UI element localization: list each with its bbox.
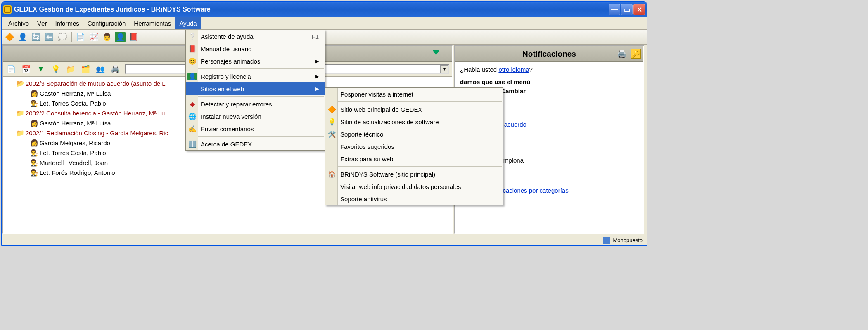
menu-herramientas[interactable]: Herramientas: [130, 17, 175, 29]
menu-configuracion[interactable]: Configuración: [83, 17, 130, 29]
help-registro[interactable]: 👤 Registro y licencia ▶: [186, 70, 325, 82]
submenu-arrow-icon: ▶: [315, 74, 319, 79]
help-instalar[interactable]: 🌐 Instalar nueva versión: [186, 110, 325, 123]
tree-row-label: 2002/2 Consulta herencia - Gastón Herran…: [26, 110, 165, 117]
new-doc-icon[interactable]: 📄: [6, 64, 17, 75]
menu-separator: [187, 136, 324, 137]
person-icon: 👩: [30, 89, 39, 97]
statusbar: Monopuesto: [2, 235, 647, 245]
sub-posponer[interactable]: Posponer visitas a internet: [325, 88, 503, 100]
menu-informes[interactable]: Informes: [51, 17, 83, 29]
help-manual[interactable]: 📕 Manual de usuario: [186, 42, 325, 55]
tree-row-label: 2002/1 Reclamación Closing - García Melg…: [26, 130, 168, 137]
window-buttons: — ▭ ✕: [609, 4, 645, 15]
app-window: GEDEX Gestión de Expedientes Jurídicos -…: [1, 1, 647, 246]
sub-principal[interactable]: 🔶 Sitio web principal de GEDEX: [325, 103, 503, 116]
submenu-arrow-icon: ▶: [315, 86, 319, 92]
home-icon: 🏠: [327, 170, 337, 178]
window-title: GEDEX Gestión de Expedientes Jurídicos -…: [14, 6, 609, 13]
pencil-icon: ✍️: [187, 125, 197, 133]
status-mode-label: Monopuesto: [613, 237, 643, 243]
sub-favoritos[interactable]: Favoritos sugeridos: [325, 140, 503, 153]
menubar: Archivo Ver Informes Configuración Herra…: [2, 17, 647, 30]
support-icon: 🛠️: [327, 130, 337, 138]
tree-row-label: Let. Torres Costa, Pablo: [40, 100, 106, 107]
toolbar-user-green-icon[interactable]: 👤: [115, 32, 126, 42]
status-mode-icon: [603, 237, 610, 244]
folder-closed-icon: 📁: [16, 129, 25, 137]
menu-separator: [326, 166, 502, 167]
attorney-icon: 👨‍⚖️: [30, 158, 39, 167]
toolbar-chart-icon[interactable]: 📈: [88, 32, 99, 42]
minimize-button[interactable]: —: [609, 4, 620, 15]
toolbar-disabled-icon: 💭: [57, 32, 68, 42]
info-icon: ℹ️: [187, 140, 197, 148]
book-icon: 📕: [187, 45, 197, 53]
sub-brindys[interactable]: 🏠 BRiNDYS Software (sitio principal): [325, 168, 503, 180]
attorney-icon: 👨‍⚖️: [30, 168, 39, 177]
tree-row-label: Gastón Herranz, Mª Luisa: [40, 90, 111, 97]
gedex-icon: 🔶: [327, 106, 337, 113]
notif-print-icon[interactable]: 🖨️: [617, 49, 627, 59]
toolbar-refresh-icon[interactable]: 🔄: [31, 32, 41, 42]
folder-person-icon[interactable]: 👥: [95, 64, 106, 75]
menu-ayuda[interactable]: Ayuda: [175, 17, 201, 29]
sitios-submenu: Posponer visitas a internet 🔶 Sitio web …: [325, 87, 503, 205]
sub-antivirus[interactable]: Soporte antivirus: [325, 193, 503, 205]
help-question-icon: ❔: [187, 33, 197, 40]
help-enviar[interactable]: ✍️ Enviar comentarios: [186, 123, 325, 135]
menu-ver[interactable]: Ver: [33, 17, 51, 29]
notifications-title: Notificaciones: [522, 50, 576, 59]
attorney-icon: 👨‍⚖️: [30, 99, 39, 107]
toolbar-book-icon[interactable]: 📕: [128, 32, 139, 42]
sub-extras[interactable]: Extras para su web: [325, 153, 503, 165]
help-acerca[interactable]: ℹ️ Acerca de GEDEX...: [186, 138, 325, 150]
combo-drop-icon[interactable]: ▾: [440, 65, 448, 73]
menu-separator: [187, 96, 324, 97]
folder-closed-icon: 📁: [16, 109, 25, 117]
tree-row-label: García Melgares, Ricardo: [40, 139, 110, 146]
toolbar-doc-icon[interactable]: 📄: [75, 32, 86, 42]
menu-separator: [326, 101, 502, 102]
help-detectar[interactable]: ◆ Detectar y reparar errores: [186, 98, 325, 110]
print-icon[interactable]: 🖨️: [110, 64, 121, 75]
titlebar[interactable]: GEDEX Gestión de Expedientes Jurídicos -…: [2, 2, 647, 17]
person-icon: 👩: [30, 119, 39, 127]
notif-key-icon[interactable]: 🔑: [631, 49, 641, 59]
help-sitios[interactable]: Sitios en el web ▶: [186, 82, 325, 95]
menu-separator: [187, 68, 324, 69]
toolbar-user-yellow-icon[interactable]: 👨: [102, 32, 112, 42]
person-green-icon: 👤: [187, 73, 197, 80]
link-otro-idioma[interactable]: otro idioma: [498, 66, 529, 73]
tree-row-label: Let. Forés Rodrigo, Antonio: [40, 169, 115, 176]
notif-lang-question: ¿Habla usted otro idioma?: [460, 65, 638, 74]
tree-row-label: Gastón Herranz, Mª Luisa: [40, 120, 111, 127]
folder-single-icon[interactable]: 📁: [65, 64, 76, 75]
bulb-icon[interactable]: 💡: [50, 64, 61, 75]
folder-multi-icon[interactable]: 🗂️: [80, 64, 91, 75]
filter-icon[interactable]: ▼: [36, 64, 46, 75]
help-asistente[interactable]: ❔ Asistente de ayuda F1: [186, 30, 325, 42]
toolbar-separator: [71, 32, 72, 42]
attorney-icon: 👨‍⚖️: [30, 148, 39, 157]
sub-privacidad[interactable]: Visitar web info privacidad datos person…: [325, 180, 503, 193]
tree-row-label: Martorell i Vendrell, Joan: [40, 159, 108, 166]
help-personajes[interactable]: 😊 Personajes animados ▶: [186, 55, 325, 67]
smiley-icon: 😊: [187, 57, 197, 65]
close-button[interactable]: ✕: [633, 4, 645, 15]
tree-row-label: Let. Torres Costa, Pablo: [40, 149, 106, 156]
toolbar-person-icon[interactable]: 👤: [17, 32, 28, 42]
left-header-arrow-icon[interactable]: [433, 50, 439, 55]
maximize-button[interactable]: ▭: [621, 4, 633, 15]
sub-actualizaciones[interactable]: 💡 Sitio de actualizaciones de software: [325, 116, 503, 128]
tree-row-label: 2002/3 Separación de mutuo acuerdo (asun…: [26, 80, 166, 87]
app-icon: [3, 5, 12, 14]
bulb-icon: 💡: [327, 118, 337, 126]
sub-soporte[interactable]: 🛠️ Soporte técnico: [325, 128, 503, 140]
folder-open-icon: 📂: [16, 79, 25, 87]
toolbar-back-icon[interactable]: ⬅️: [44, 32, 55, 42]
menu-archivo[interactable]: Archivo: [4, 17, 33, 29]
toolbar-gedex-icon[interactable]: 🔶: [4, 32, 15, 42]
help-asistente-accel: F1: [311, 33, 319, 40]
table-icon[interactable]: 📅: [21, 64, 31, 75]
